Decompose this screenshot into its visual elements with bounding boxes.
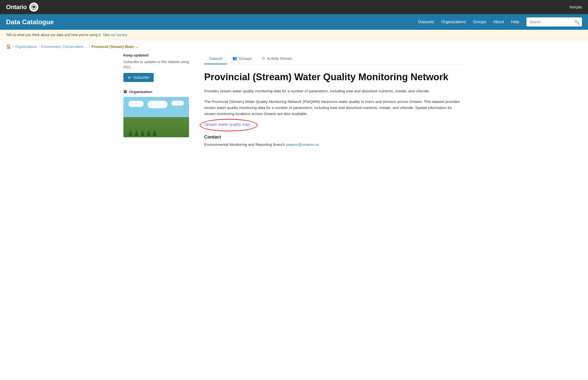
tab-dataset[interactable]: Dataset xyxy=(204,53,227,64)
org-image[interactable] xyxy=(123,97,189,137)
contact-title: Contact xyxy=(204,134,465,140)
cloud-1 xyxy=(128,101,144,107)
header-nav: Data Catalogue Datasets Organizations Gr… xyxy=(0,14,588,30)
nav-links: Datasets Organizations Groups About Help… xyxy=(418,17,582,26)
breadcrumb-current: Provincial (Stream) Water ... xyxy=(91,45,138,49)
subscribe-label: Subscribe xyxy=(133,75,149,79)
subscribe-button[interactable]: ⧐ Subscribe xyxy=(123,73,154,82)
breadcrumb-env[interactable]: Environment, Conservation ... xyxy=(41,45,87,49)
contact-text: Environmental Monitoring and Reporting B… xyxy=(204,142,285,147)
breadcrumb-organizations[interactable]: Organizations xyxy=(15,45,37,49)
rss-icon: ⧐ xyxy=(128,75,131,79)
org-title: 🏛 Organization xyxy=(123,90,194,94)
site-title[interactable]: Data Catalogue xyxy=(6,18,54,26)
survey-text: Tell us what you think about our data an… xyxy=(6,33,101,37)
tabs: Dataset 👥 Groups ⊙ Activity Stream xyxy=(204,53,465,64)
survey-link[interactable]: Take our survey xyxy=(102,33,127,37)
nav-about[interactable]: About xyxy=(493,20,504,24)
tab-activity-stream[interactable]: ⊙ Activity Stream xyxy=(257,53,297,64)
ontario-logo-text: Ontario xyxy=(6,4,27,11)
top-bar: Ontario français xyxy=(0,0,588,14)
description-short: Provides stream water quality monitoring… xyxy=(204,88,465,94)
search-box: 🔍 xyxy=(526,17,582,26)
organization-section: 🏛 Organization xyxy=(123,90,194,137)
breadcrumb: 🏠 / Organizations / Environment, Conserv… xyxy=(0,40,588,53)
clouds xyxy=(123,101,189,108)
contact-section: Contact Environmental Monitoring and Rep… xyxy=(204,134,465,147)
tab-groups[interactable]: 👥 Groups xyxy=(227,53,257,64)
sidebar: Keep updated Subscribe to updates to thi… xyxy=(123,53,194,147)
home-icon[interactable]: 🏠 xyxy=(6,44,11,49)
breadcrumb-sep-2: / xyxy=(38,45,39,49)
map-link[interactable]: Stream water quality map xyxy=(204,122,250,127)
keep-updated-section: Keep updated Subscribe to updates to thi… xyxy=(123,53,194,82)
keep-updated-text: Subscribe to updates to this dataset usi… xyxy=(123,59,194,70)
tree-5 xyxy=(153,130,157,136)
contact-email[interactable]: pwqmn@ontario.ca xyxy=(286,142,318,147)
tree-2 xyxy=(135,130,139,136)
tree-1 xyxy=(128,130,132,136)
language-link[interactable]: français xyxy=(570,5,582,9)
survey-banner: Tell us what you think about our data an… xyxy=(0,30,588,40)
map-link-container: Stream water quality map xyxy=(204,122,250,127)
main-container: Keep updated Subscribe to updates to thi… xyxy=(117,53,471,157)
keep-updated-title: Keep updated xyxy=(123,53,194,57)
dataset-title: Provincial (Stream) Water Quality Monito… xyxy=(204,71,465,83)
content-area: Dataset 👥 Groups ⊙ Activity Stream Provi… xyxy=(204,53,465,147)
nav-organizations[interactable]: Organizations xyxy=(441,20,466,24)
tree-4 xyxy=(147,130,151,136)
activity-icon: ⊙ xyxy=(262,56,265,61)
description-long: The Provincial (Stream) Water Quality Mo… xyxy=(204,99,465,117)
search-button[interactable]: 🔍 xyxy=(572,17,582,26)
breadcrumb-sep-1: / xyxy=(13,45,14,49)
search-input[interactable] xyxy=(526,20,572,24)
nav-datasets[interactable]: Datasets xyxy=(418,20,434,24)
contact-info: Environmental Monitoring and Reporting B… xyxy=(204,142,465,147)
org-icon: 🏛 xyxy=(123,90,127,94)
ontario-trillium-icon xyxy=(29,3,38,12)
ontario-logo: Ontario xyxy=(6,3,38,12)
nav-groups[interactable]: Groups xyxy=(473,20,486,24)
groups-icon: 👥 xyxy=(232,56,237,61)
trees xyxy=(128,130,157,136)
cloud-2 xyxy=(147,101,168,108)
breadcrumb-sep-3: / xyxy=(89,45,90,49)
nav-help[interactable]: Help xyxy=(511,20,519,24)
tree-3 xyxy=(141,130,145,136)
cloud-3 xyxy=(171,101,184,106)
